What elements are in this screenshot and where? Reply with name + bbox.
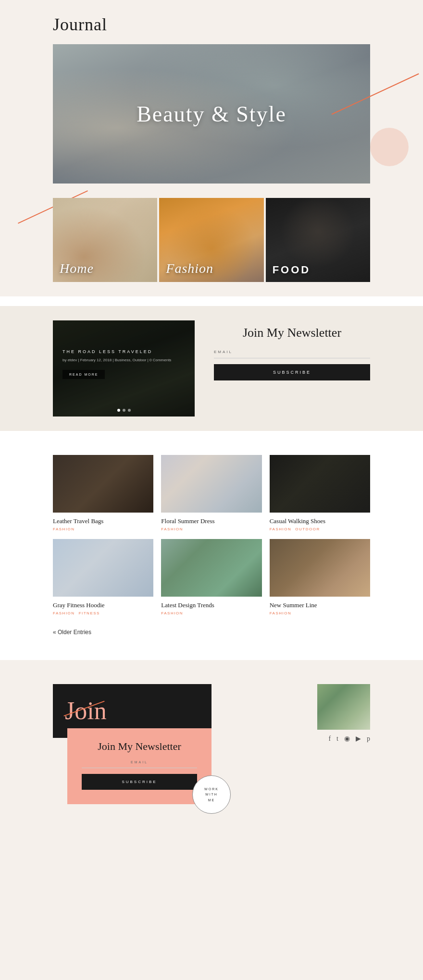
footer-email-divider	[82, 768, 197, 768]
product-2[interactable]: Floral Summer Dress FASHION	[161, 455, 261, 531]
social-icons: f t ◉ ▶ p	[328, 735, 370, 743]
product-1[interactable]: Leather Travel Bags FASHION	[53, 455, 153, 531]
older-entries-link[interactable]: « Older Entries	[53, 629, 91, 636]
spacer	[0, 296, 423, 306]
twitter-icon[interactable]: t	[336, 735, 338, 743]
product-6-name: New Summer Line	[270, 601, 370, 609]
blog-subtitle: THE ROAD LESS TRAVELED	[62, 349, 185, 354]
product-3-tags: FASHION OUTDOOR	[270, 527, 370, 531]
footer-newsletter-title: Join My Newsletter	[82, 740, 197, 753]
email-divider	[214, 358, 370, 358]
spacer-4	[0, 660, 423, 665]
tag-fashion-4[interactable]: FASHION	[53, 611, 75, 615]
older-entries: « Older Entries	[0, 620, 423, 650]
product-1-name: Leather Travel Bags	[53, 517, 153, 525]
product-3-image	[270, 455, 370, 513]
product-4-name: Gray Fitness Hoodie	[53, 601, 153, 609]
product-5-image	[161, 539, 261, 597]
categories-grid: Home Fashion FOOD	[53, 198, 370, 282]
product-4-image	[53, 539, 153, 597]
product-2-name: Floral Summer Dress	[161, 517, 261, 525]
footer-pink-box: Join My Newsletter EMAIL SUBSCRIBE	[67, 728, 212, 804]
product-5-tags: FASHION	[161, 611, 261, 615]
email-label: EMAIL	[214, 350, 370, 354]
footer-left: Join Join My Newsletter EMAIL SUBSCRIBE …	[53, 684, 212, 804]
products-grid: Leather Travel Bags FASHION Floral Summe…	[53, 455, 370, 615]
youtube-icon[interactable]: ▶	[356, 735, 361, 743]
product-1-image	[53, 455, 153, 513]
category-home[interactable]: Home	[53, 198, 157, 282]
hero-title: Beauty & Style	[137, 101, 286, 127]
tag-fashion[interactable]: FASHION	[53, 527, 75, 531]
product-3-name: Casual Walking Shoes	[270, 517, 370, 525]
footer-newsletter: Join Join My Newsletter EMAIL SUBSCRIBE …	[0, 665, 423, 823]
hero-section: Beauty & Style	[53, 44, 370, 184]
home-label: Home	[60, 261, 94, 276]
product-6-image	[270, 539, 370, 597]
tag-fashion-3[interactable]: FASHION	[270, 527, 292, 531]
food-label: FOOD	[273, 264, 311, 276]
join-script: Join	[65, 698, 199, 723]
product-6-tags: FASHION	[270, 611, 370, 615]
hero-banner[interactable]: Beauty & Style	[53, 44, 370, 184]
product-2-tags: FASHION	[161, 527, 261, 531]
subscribe-button[interactable]: SUBSCRIBE	[214, 364, 370, 380]
facebook-icon[interactable]: f	[328, 735, 331, 743]
newsletter-side: Join My Newsletter EMAIL SUBSCRIBE	[214, 320, 370, 380]
tag-outdoor[interactable]: OUTDOOR	[295, 527, 320, 531]
read-more-button[interactable]: READ MORE	[62, 370, 105, 379]
product-1-tags: FASHION	[53, 527, 153, 531]
product-5[interactable]: Latest Design Trends FASHION	[161, 539, 261, 615]
footer-email-label: EMAIL	[82, 760, 197, 764]
product-4-tags: FASHION FITNESS	[53, 611, 153, 615]
header: Journal	[0, 0, 423, 44]
category-food[interactable]: FOOD	[266, 198, 370, 282]
spacer-2	[0, 431, 423, 441]
blog-card[interactable]: THE ROAD LESS TRAVELED by etdev | Februa…	[53, 320, 195, 416]
tag-fashion-2[interactable]: FASHION	[161, 527, 183, 531]
blog-content: THE ROAD LESS TRAVELED by etdev | Februa…	[53, 320, 195, 416]
work-with-me-circle[interactable]: WORKWITHME	[192, 775, 231, 814]
mid-section: THE ROAD LESS TRAVELED by etdev | Februa…	[0, 306, 423, 431]
page-title: Journal	[53, 14, 370, 35]
blog-meta: by etdev | February 12, 2018 | Business,…	[62, 358, 185, 362]
fashion-label: Fashion	[166, 261, 213, 276]
pinterest-icon[interactable]: p	[367, 735, 370, 743]
footer-right: f t ◉ ▶ p	[226, 684, 370, 743]
category-fashion[interactable]: Fashion	[159, 198, 263, 282]
footer-thumbnail	[317, 684, 370, 730]
instagram-icon[interactable]: ◉	[344, 735, 350, 743]
tag-fashion-5[interactable]: FASHION	[161, 611, 183, 615]
product-4[interactable]: Gray Fitness Hoodie FASHION FITNESS	[53, 539, 153, 615]
deco-circle	[370, 128, 409, 166]
newsletter-title: Join My Newsletter	[214, 325, 370, 340]
tag-fitness[interactable]: FITNESS	[79, 611, 100, 615]
footer-subscribe-button[interactable]: SUBSCRIBE	[82, 774, 197, 790]
tag-fashion-6[interactable]: FASHION	[270, 611, 292, 615]
product-3[interactable]: Casual Walking Shoes FASHION OUTDOOR	[270, 455, 370, 531]
products-section: Leather Travel Bags FASHION Floral Summe…	[0, 441, 423, 620]
product-2-image	[161, 455, 261, 513]
spacer-3	[0, 650, 423, 660]
deco-section	[53, 184, 370, 188]
product-5-name: Latest Design Trends	[161, 601, 261, 609]
product-6[interactable]: New Summer Line FASHION	[270, 539, 370, 615]
